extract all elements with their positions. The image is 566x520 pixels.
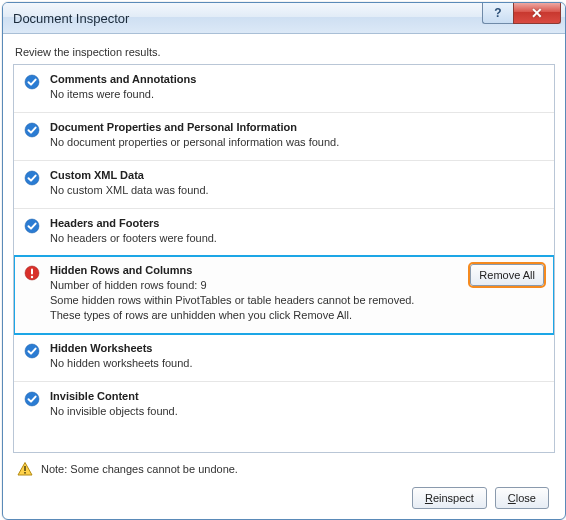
result-description: No invisible objects found. [50,404,544,419]
dialog-body: Review the inspection results. Comments … [3,34,565,519]
result-item: Custom XML DataNo custom XML data was fo… [14,161,554,209]
result-text: Headers and FootersNo headers or footers… [50,217,544,246]
check-icon [24,73,40,90]
result-item: Headers and FootersNo headers or footers… [14,209,554,257]
check-icon [24,390,40,407]
svg-point-1 [25,123,39,137]
check-icon [24,121,40,138]
result-text: Hidden WorksheetsNo hidden worksheets fo… [50,342,544,371]
result-action: Remove All [470,264,544,286]
result-description: No hidden worksheets found. [50,356,544,371]
result-title: Hidden Worksheets [50,342,544,354]
check-icon [24,169,40,186]
svg-point-2 [25,171,39,185]
warning-icon [17,461,33,477]
result-title: Document Properties and Personal Informa… [50,121,544,133]
result-title: Invisible Content [50,390,544,402]
titlebar: Document Inspector ? ✕ [3,3,565,34]
svg-point-8 [25,392,39,406]
result-description: Number of hidden rows found: 9Some hidde… [50,278,460,323]
reinspect-button[interactable]: Reinspect [412,487,487,509]
footer-buttons: Reinspect Close [13,481,555,519]
window-close-button[interactable]: ✕ [513,3,561,24]
svg-rect-10 [24,466,26,471]
result-item: Document Properties and Personal Informa… [14,113,554,161]
result-item: Hidden WorksheetsNo hidden worksheets fo… [14,334,554,382]
result-item: Invisible ContentNo invisible objects fo… [14,382,554,429]
svg-point-6 [31,276,33,278]
remove-all-button[interactable]: Remove All [470,264,544,286]
instruction-text: Review the inspection results. [15,46,553,58]
footer-note-text: Note: Some changes cannot be undone. [41,463,238,475]
result-title: Hidden Rows and Columns [50,264,460,276]
check-icon [24,217,40,234]
help-button[interactable]: ? [482,3,513,24]
result-text: Custom XML DataNo custom XML data was fo… [50,169,544,198]
result-text: Comments and AnnotationsNo items were fo… [50,73,544,102]
results-panel: Comments and AnnotationsNo items were fo… [13,64,555,453]
svg-rect-5 [31,269,33,275]
svg-point-0 [25,75,39,89]
result-text: Invisible ContentNo invisible objects fo… [50,390,544,419]
result-item: Hidden Rows and ColumnsNumber of hidden … [14,256,554,334]
svg-point-3 [25,219,39,233]
result-description: No headers or footers were found. [50,231,544,246]
result-text: Hidden Rows and ColumnsNumber of hidden … [50,264,460,323]
result-title: Headers and Footers [50,217,544,229]
result-title: Comments and Annotations [50,73,544,85]
result-item: Comments and AnnotationsNo items were fo… [14,65,554,113]
result-description: No custom XML data was found. [50,183,544,198]
dialog-window: Document Inspector ? ✕ Review the inspec… [2,2,566,520]
result-title: Custom XML Data [50,169,544,181]
window-title: Document Inspector [13,11,482,26]
svg-point-7 [25,344,39,358]
result-description: No document properties or personal infor… [50,135,544,150]
alert-icon [24,264,40,281]
footer-note: Note: Some changes cannot be undone. [13,453,555,481]
result-description: No items were found. [50,87,544,102]
check-icon [24,342,40,359]
close-button[interactable]: Close [495,487,549,509]
svg-rect-11 [24,472,26,474]
result-text: Document Properties and Personal Informa… [50,121,544,150]
